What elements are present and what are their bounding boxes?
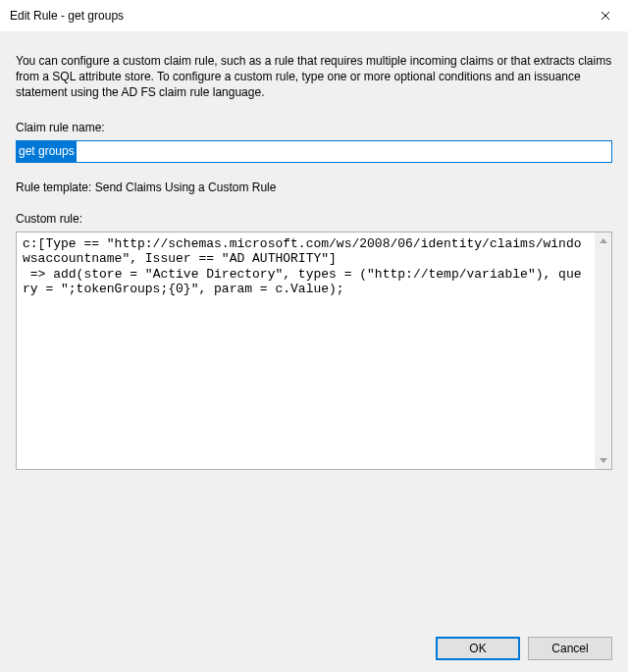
chevron-up-icon xyxy=(600,238,607,243)
custom-rule-label: Custom rule: xyxy=(16,212,612,226)
claim-rule-name-input[interactable]: get groups xyxy=(16,140,612,163)
cancel-button[interactable]: Cancel xyxy=(528,637,612,660)
rule-template-text: Rule template: Send Claims Using a Custo… xyxy=(16,181,612,194)
dialog-content: You can configure a custom claim rule, s… xyxy=(0,31,628,486)
dialog-button-row: OK Cancel xyxy=(436,637,612,660)
custom-rule-textarea[interactable] xyxy=(17,233,595,469)
window-title: Edit Rule - get groups xyxy=(10,9,124,23)
custom-rule-field-wrap xyxy=(16,232,612,470)
scroll-up-arrow[interactable] xyxy=(595,233,611,249)
claim-rule-name-label: Claim rule name: xyxy=(16,121,612,134)
scrollbar[interactable] xyxy=(595,233,611,469)
titlebar: Edit Rule - get groups xyxy=(0,0,628,31)
claim-rule-name-value: get groups xyxy=(17,141,77,162)
chevron-down-icon xyxy=(600,458,607,463)
claim-rule-name-field-wrap: get groups xyxy=(16,140,612,163)
close-icon xyxy=(601,11,610,21)
scroll-down-arrow[interactable] xyxy=(595,452,611,469)
ok-button[interactable]: OK xyxy=(436,637,520,660)
description-text: You can configure a custom claim rule, s… xyxy=(16,53,612,101)
close-button[interactable] xyxy=(583,0,628,31)
